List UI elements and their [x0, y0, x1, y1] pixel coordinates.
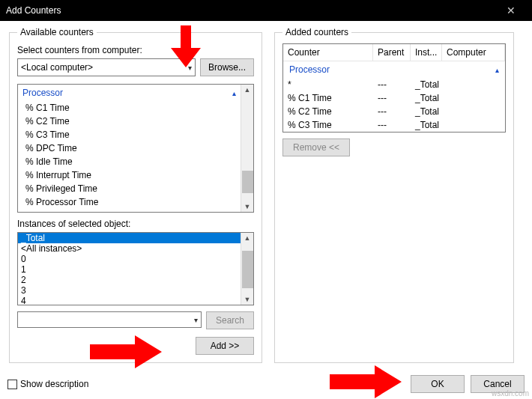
- table-row[interactable]: % C2 Time---_Total: [283, 105, 505, 118]
- available-counters-group: Available counters Select counters from …: [9, 27, 262, 363]
- counters-scrollbar[interactable]: ▲ ▼: [241, 85, 253, 212]
- titlebar: Add Counters ✕: [0, 0, 532, 21]
- table-cell: [442, 118, 505, 132]
- counter-item[interactable]: % Interrupt Time: [18, 168, 241, 182]
- col-computer[interactable]: Computer: [442, 44, 505, 61]
- scroll-up-icon[interactable]: ▲: [244, 85, 251, 95]
- added-counters-group: Added counters Counter Parent Inst... Co…: [274, 27, 514, 363]
- table-cell: ---: [373, 105, 411, 118]
- watermark: wsxdn.com: [492, 389, 529, 398]
- computer-dropdown-value: <Local computer>: [21, 62, 93, 73]
- chevron-down-icon: ▾: [194, 316, 198, 324]
- show-description-label: Show description: [20, 379, 88, 389]
- counter-item[interactable]: % C3 Time: [18, 128, 241, 141]
- table-cell: [442, 105, 505, 118]
- dialog-footer: Show description OK Cancel: [7, 375, 525, 393]
- table-header: Counter Parent Inst... Computer: [283, 44, 505, 61]
- scroll-thumb[interactable]: [242, 171, 253, 193]
- col-instance[interactable]: Inst...: [411, 44, 442, 61]
- ok-button[interactable]: OK: [411, 375, 465, 393]
- table-row[interactable]: % C1 Time---_Total: [283, 91, 505, 105]
- remove-button[interactable]: Remove <<: [282, 138, 350, 156]
- instances-listbox[interactable]: _Total<All instances>012345 ▲ ▼: [17, 232, 254, 305]
- counter-item[interactable]: % C2 Time: [18, 115, 241, 128]
- table-cell: _Total: [411, 78, 442, 91]
- table-cell: _Total: [411, 105, 442, 118]
- table-cell: ---: [373, 91, 411, 105]
- counters-listbox[interactable]: Processor ▴ % C1 Time% C2 Time% C3 Time%…: [17, 84, 254, 213]
- instances-scrollbar[interactable]: ▲ ▼: [241, 233, 253, 305]
- table-cell: [442, 78, 505, 91]
- counter-item[interactable]: % Processor Time: [18, 195, 241, 209]
- added-legend: Added counters: [282, 27, 351, 37]
- add-button[interactable]: Add >>: [196, 337, 254, 355]
- scroll-down-icon[interactable]: ▼: [244, 294, 251, 305]
- instance-item[interactable]: 3: [18, 285, 241, 296]
- table-cell: [442, 91, 505, 105]
- instance-search-input[interactable]: ▾: [17, 311, 202, 328]
- table-cell: _Total: [411, 91, 442, 105]
- scroll-up-icon[interactable]: ▲: [244, 233, 251, 243]
- table-cell: % C3 Time: [283, 118, 373, 132]
- window-title: Add Counters: [6, 5, 61, 16]
- added-group-header[interactable]: Processor ▴: [283, 61, 505, 78]
- checkbox-icon[interactable]: [7, 380, 17, 389]
- select-computer-label: Select counters from computer:: [17, 45, 254, 55]
- table-row[interactable]: *---_Total: [283, 78, 505, 91]
- counter-item[interactable]: % Idle Time: [18, 155, 241, 168]
- browse-button[interactable]: Browse...: [200, 58, 254, 76]
- scroll-thumb[interactable]: [242, 251, 253, 288]
- chevron-up-icon: ▴: [232, 89, 236, 97]
- show-description-checkbox[interactable]: Show description: [7, 379, 88, 389]
- col-counter[interactable]: Counter: [283, 44, 373, 61]
- scroll-down-icon[interactable]: ▼: [244, 201, 251, 212]
- instance-item[interactable]: 1: [18, 264, 241, 275]
- table-cell: _Total: [411, 118, 442, 132]
- available-legend: Available counters: [17, 27, 97, 37]
- instance-item[interactable]: _Total: [18, 233, 241, 243]
- chevron-down-icon: ▾: [188, 64, 192, 72]
- instances-label: Instances of selected object:: [17, 219, 254, 229]
- instance-item[interactable]: 4: [18, 296, 241, 305]
- close-icon[interactable]: ✕: [496, 2, 526, 19]
- table-cell: ---: [373, 78, 411, 91]
- table-cell: *: [283, 78, 373, 91]
- computer-dropdown[interactable]: <Local computer> ▾: [17, 58, 196, 76]
- table-cell: % C1 Time: [283, 91, 373, 105]
- search-button[interactable]: Search: [206, 311, 254, 329]
- added-table: Counter Parent Inst... Computer Processo…: [282, 43, 506, 133]
- instance-item[interactable]: <All instances>: [18, 243, 241, 254]
- col-parent[interactable]: Parent: [373, 44, 411, 61]
- table-cell: ---: [373, 118, 411, 132]
- counter-group-header[interactable]: Processor ▴: [18, 85, 241, 101]
- table-cell: % C2 Time: [283, 105, 373, 118]
- table-row[interactable]: % C3 Time---_Total: [283, 118, 505, 132]
- counter-item[interactable]: % C1 Time: [18, 101, 241, 115]
- instance-item[interactable]: 0: [18, 254, 241, 264]
- counter-group-name: Processor: [22, 88, 63, 98]
- chevron-up-icon: ▴: [495, 66, 499, 74]
- counter-item[interactable]: % DPC Time: [18, 141, 241, 155]
- instance-item[interactable]: 2: [18, 275, 241, 285]
- added-group-name: Processor: [289, 64, 330, 75]
- counter-item[interactable]: % Privileged Time: [18, 182, 241, 195]
